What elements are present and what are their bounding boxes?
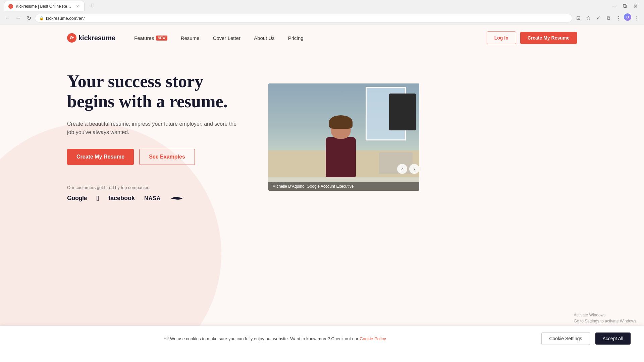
- activate-windows-watermark: Activate Windows Go to Settings to activ…: [574, 312, 637, 324]
- slider-controls: ‹ ›: [397, 164, 419, 174]
- lock-icon: 🔒: [39, 16, 44, 20]
- new-tab-button[interactable]: +: [87, 1, 97, 11]
- cookie-text: Hi! We use cookies to make sure you can …: [13, 336, 536, 341]
- nav-features-label: Features: [134, 35, 154, 41]
- logo-link[interactable]: ⟳ kickresume: [67, 33, 115, 43]
- hero-section: Your success story begins with a resume.…: [0, 51, 644, 203]
- hero-subtitle: Create a beautiful resume, impress your …: [67, 120, 241, 137]
- verified-icon[interactable]: ✓: [594, 13, 603, 23]
- nav-about-link[interactable]: About Us: [249, 33, 280, 44]
- person-hair: [329, 115, 353, 129]
- nav-cover-letter-label: Cover Letter: [213, 35, 240, 41]
- navbar: ⟳ kickresume Features NEW Resume Cover L…: [0, 24, 644, 51]
- image-caption: Michelle D'Aquino, Google Account Execut…: [268, 182, 419, 191]
- monitor-decoration: [389, 94, 416, 130]
- slider-prev-button[interactable]: ‹: [397, 164, 407, 174]
- website-content: ⟳ kickresume Features NEW Resume Cover L…: [0, 24, 644, 351]
- cookie-banner: Hi! We use cookies to make sure you can …: [0, 326, 644, 351]
- hero-image-container: Michelle D'Aquino, Google Account Execut…: [268, 83, 419, 191]
- hero-title: Your success story begins with a resume.: [67, 71, 241, 112]
- nav-features-link[interactable]: Features NEW: [129, 33, 173, 44]
- forward-button[interactable]: →: [13, 13, 23, 23]
- url-text: kickresume.com/en/: [46, 16, 85, 21]
- new-badge: NEW: [156, 36, 167, 41]
- person-figure: [326, 117, 356, 177]
- apple-logo: : [96, 194, 99, 203]
- companies-logos: Google  facebook NASA: [67, 194, 241, 203]
- close-window-button[interactable]: ✕: [631, 1, 640, 11]
- nav-resume-link[interactable]: Resume: [175, 33, 205, 44]
- cookie-settings-button[interactable]: Cookie Settings: [541, 332, 590, 345]
- login-button[interactable]: Log In: [487, 32, 516, 44]
- nav-links: Features NEW Resume Cover Letter About U…: [129, 33, 487, 44]
- logo-icon: ⟳: [67, 33, 76, 43]
- google-logo: Google: [67, 195, 87, 202]
- nav-pricing-label: Pricing: [288, 35, 304, 41]
- create-resume-nav-button[interactable]: Create My Resume: [520, 32, 577, 44]
- tab-title: Kickresume | Best Online Resum…: [16, 4, 72, 9]
- nav-about-label: About Us: [254, 35, 275, 41]
- hero-buttons: Create My Resume See Examples: [67, 149, 241, 165]
- person-head: [331, 117, 351, 139]
- toolbar-icons: ⊡ ☆ ✓ ⧉ ⋮ U ⋮: [574, 13, 641, 23]
- address-bar: ← → ↻ 🔒 kickresume.com/en/ ⊡ ☆ ✓ ⧉ ⋮ U ⋮: [0, 12, 644, 24]
- nav-pricing-link[interactable]: Pricing: [283, 33, 309, 44]
- extensions-icon[interactable]: ⧉: [604, 13, 613, 23]
- cookie-accept-button[interactable]: Accept All: [595, 333, 631, 345]
- tab-close-button[interactable]: ✕: [75, 4, 80, 9]
- browser-titlebar: K Kickresume | Best Online Resum… ✕ + ─ …: [0, 0, 644, 12]
- restore-button[interactable]: ⧉: [620, 1, 629, 11]
- browser-chrome: K Kickresume | Best Online Resum… ✕ + ─ …: [0, 0, 644, 24]
- cookie-policy-link[interactable]: Cookie Policy: [360, 336, 386, 341]
- nav-resume-label: Resume: [181, 35, 200, 41]
- hero-content: Your success story begins with a resume.…: [67, 71, 241, 203]
- minimize-button[interactable]: ─: [609, 1, 619, 11]
- logo-text: kickresume: [78, 34, 115, 42]
- facebook-logo: facebook: [108, 195, 135, 202]
- back-button[interactable]: ←: [3, 13, 12, 23]
- bookmark-icon[interactable]: ☆: [584, 13, 593, 23]
- hero-image: Michelle D'Aquino, Google Account Execut…: [268, 83, 419, 191]
- screen-cast-icon[interactable]: ⊡: [574, 13, 583, 23]
- nasa-logo: NASA: [144, 195, 161, 201]
- more-icon[interactable]: ⋮: [632, 13, 641, 23]
- profile-avatar[interactable]: U: [624, 13, 631, 21]
- nav-actions: Log In Create My Resume: [487, 32, 577, 44]
- browser-window-controls: ─ ⧉ ✕: [609, 1, 640, 11]
- companies-section: Our customers get hired by top companies…: [67, 185, 241, 203]
- settings-icon[interactable]: ⋮: [614, 13, 623, 23]
- slider-next-button[interactable]: ›: [409, 164, 419, 174]
- companies-label: Our customers get hired by top companies…: [67, 185, 241, 190]
- tab-favicon: K: [8, 4, 13, 9]
- url-input[interactable]: 🔒 kickresume.com/en/: [35, 14, 572, 22]
- create-resume-hero-button[interactable]: Create My Resume: [67, 149, 134, 165]
- browser-tab[interactable]: K Kickresume | Best Online Resum… ✕: [4, 1, 85, 11]
- reload-button[interactable]: ↻: [24, 13, 34, 23]
- person-torso: [326, 137, 356, 177]
- nike-logo: [170, 195, 183, 202]
- see-examples-button[interactable]: See Examples: [139, 149, 195, 165]
- nav-cover-letter-link[interactable]: Cover Letter: [207, 33, 246, 44]
